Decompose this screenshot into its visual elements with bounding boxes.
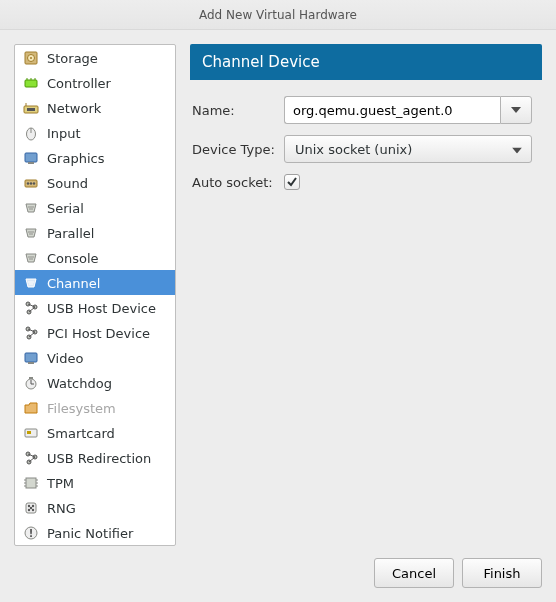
chevron-down-icon: [512, 142, 522, 157]
svg-point-65: [30, 507, 32, 509]
svg-rect-55: [26, 478, 36, 488]
sidebar-item-smartcard[interactable]: Smartcard: [15, 420, 175, 445]
panic-icon: !: [23, 525, 39, 541]
sidebar-item-input[interactable]: Input: [15, 120, 175, 145]
svg-point-2: [30, 57, 32, 59]
window-title-text: Add New Virtual Hardware: [199, 8, 357, 22]
sidebar-item-storage[interactable]: Storage: [15, 45, 175, 70]
channel-icon: [23, 275, 39, 291]
svg-point-35: [32, 281, 34, 283]
sidebar-item-pci-host-device[interactable]: PCI Host Device: [15, 320, 175, 345]
sidebar-item-label: Watchdog: [47, 376, 112, 391]
sidebar-item-label: PCI Host Device: [47, 326, 150, 341]
sidebar-item-serial[interactable]: Serial: [15, 195, 175, 220]
svg-point-64: [32, 505, 34, 507]
sidebar-item-label: USB Redirection: [47, 451, 151, 466]
svg-point-31: [29, 258, 31, 260]
sidebar-item-panic-notifier[interactable]: !Panic Notifier: [15, 520, 175, 545]
sidebar-item-usb-host-device[interactable]: USB Host Device: [15, 295, 175, 320]
sidebar-item-channel[interactable]: Channel: [15, 270, 175, 295]
svg-point-37: [31, 283, 33, 285]
hardware-sidebar: StorageControllerNetworkInputGraphicsSou…: [14, 44, 176, 546]
sidebar-item-rng[interactable]: RNG: [15, 495, 175, 520]
sidebar-item-label: Serial: [47, 201, 84, 216]
chevron-down-icon: [511, 107, 521, 113]
svg-point-34: [30, 281, 32, 283]
sidebar-item-label: Controller: [47, 76, 111, 91]
svg-point-18: [28, 206, 30, 208]
svg-point-17: [33, 182, 35, 184]
name-row: Name:: [192, 96, 540, 124]
sidebar-item-usb-redirection[interactable]: USB Redirection: [15, 445, 175, 470]
device-type-label: Device Type:: [192, 142, 276, 157]
panel-title: Channel Device: [190, 44, 542, 80]
parallel-icon: [23, 225, 39, 241]
sidebar-item-video[interactable]: Video: [15, 345, 175, 370]
sidebar-item-parallel[interactable]: Parallel: [15, 220, 175, 245]
svg-point-33: [28, 281, 30, 283]
sidebar-item-label: Panic Notifier: [47, 526, 133, 541]
svg-point-25: [32, 231, 34, 233]
window-title: Add New Virtual Hardware: [0, 0, 556, 30]
cancel-button[interactable]: Cancel: [374, 558, 454, 588]
sidebar-item-label: Sound: [47, 176, 88, 191]
svg-rect-45: [28, 362, 34, 364]
sidebar-item-label: Graphics: [47, 151, 104, 166]
sidebar-item-tpm[interactable]: TPM: [15, 470, 175, 495]
svg-point-66: [28, 509, 30, 511]
sidebar-item-label: Filesystem: [47, 401, 116, 416]
svg-point-28: [28, 256, 30, 258]
storage-icon: [23, 50, 39, 66]
watchdog-icon: [23, 375, 39, 391]
auto-socket-row: Auto socket:: [192, 174, 540, 190]
input-icon: [23, 125, 39, 141]
svg-point-32: [31, 258, 33, 260]
device-type-select[interactable]: Unix socket (unix): [284, 135, 532, 163]
svg-point-16: [30, 182, 32, 184]
name-dropdown-button[interactable]: [500, 96, 532, 124]
sidebar-item-network[interactable]: Network: [15, 95, 175, 120]
auto-socket-checkbox[interactable]: [284, 174, 300, 190]
device-type-row: Device Type: Unix socket (unix): [192, 135, 540, 163]
svg-rect-8: [27, 108, 35, 111]
sidebar-item-label: USB Host Device: [47, 301, 156, 316]
sidebar-item-graphics[interactable]: Graphics: [15, 145, 175, 170]
rng-icon: [23, 500, 39, 516]
graphics-icon: [23, 150, 39, 166]
svg-point-29: [30, 256, 32, 258]
usb-icon: [23, 300, 39, 316]
sidebar-item-label: TPM: [47, 476, 74, 491]
svg-point-21: [29, 208, 31, 210]
smartcard-icon: [23, 425, 39, 441]
sidebar-item-watchdog[interactable]: Watchdog: [15, 370, 175, 395]
sidebar-item-label: Console: [47, 251, 99, 266]
pci-icon: [23, 325, 39, 341]
svg-point-30: [32, 256, 34, 258]
svg-point-36: [29, 283, 31, 285]
device-type-value: Unix socket (unix): [295, 142, 412, 157]
sidebar-item-controller[interactable]: Controller: [15, 70, 175, 95]
name-input[interactable]: [284, 96, 500, 124]
svg-rect-49: [29, 377, 33, 379]
serial-icon: [23, 200, 39, 216]
tpm-icon: [23, 475, 39, 491]
svg-point-22: [31, 208, 33, 210]
svg-point-67: [32, 509, 34, 511]
sidebar-item-sound[interactable]: Sound: [15, 170, 175, 195]
sidebar-item-label: Video: [47, 351, 83, 366]
main-panel: Channel Device Name: Device Type: Unix s…: [190, 44, 542, 546]
svg-rect-51: [27, 431, 31, 434]
sidebar-item-label: Channel: [47, 276, 100, 291]
usbredir-icon: [23, 450, 39, 466]
svg-point-63: [28, 505, 30, 507]
svg-point-24: [30, 231, 32, 233]
sidebar-item-console[interactable]: Console: [15, 245, 175, 270]
sidebar-item-label: RNG: [47, 501, 76, 516]
video-icon: [23, 350, 39, 366]
svg-rect-44: [25, 353, 37, 362]
console-icon: [23, 250, 39, 266]
name-label: Name:: [192, 103, 276, 118]
sound-icon: [23, 175, 39, 191]
finish-button[interactable]: Finish: [462, 558, 542, 588]
sidebar-item-label: Network: [47, 101, 101, 116]
